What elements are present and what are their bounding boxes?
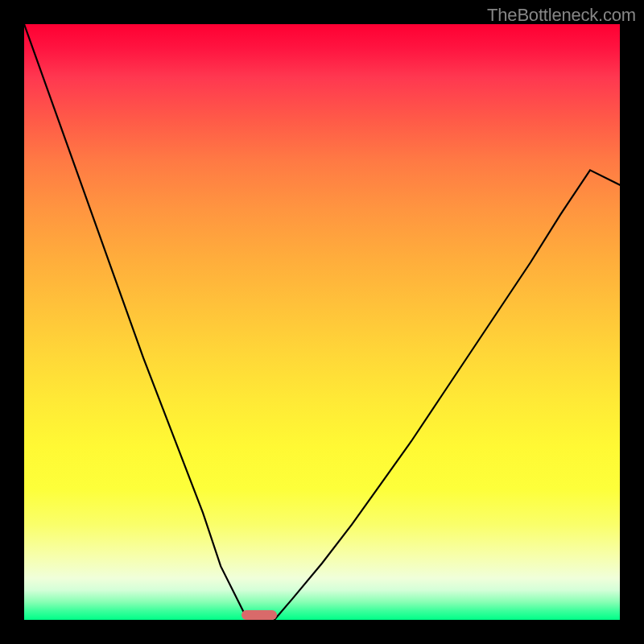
chart-container bbox=[24, 24, 620, 620]
watermark-text: TheBottleneck.com bbox=[487, 5, 636, 26]
curve-right-branch bbox=[275, 170, 620, 620]
curve-left-branch bbox=[24, 24, 248, 620]
plot-area bbox=[24, 24, 620, 620]
bottleneck-marker bbox=[242, 610, 277, 620]
curve-overlay bbox=[24, 24, 620, 620]
